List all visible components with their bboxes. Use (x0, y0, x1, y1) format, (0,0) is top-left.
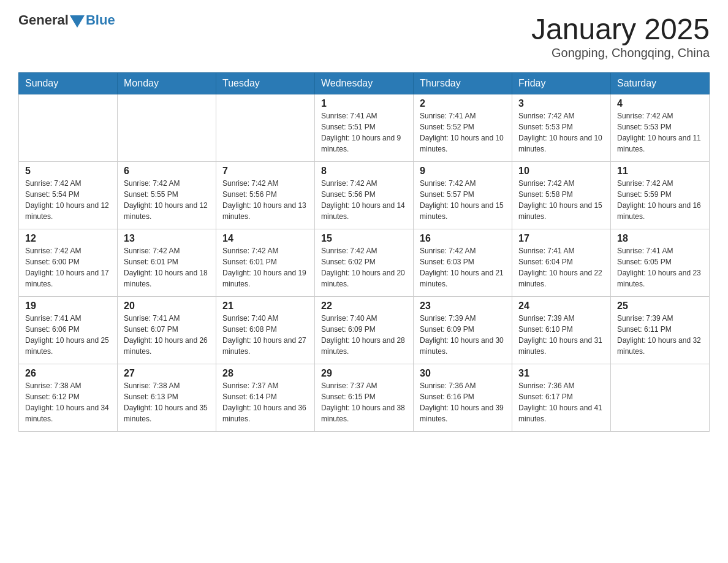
calendar-header-friday: Friday (512, 73, 611, 94)
day-number: 19 (25, 301, 111, 312)
day-info: Sunrise: 7:37 AM Sunset: 6:14 PM Dayligh… (222, 380, 308, 424)
calendar-cell: 15Sunrise: 7:42 AM Sunset: 6:02 PM Dayli… (315, 229, 414, 297)
calendar-cell: 7Sunrise: 7:42 AM Sunset: 5:56 PM Daylig… (216, 162, 315, 229)
day-info: Sunrise: 7:42 AM Sunset: 6:00 PM Dayligh… (25, 245, 111, 289)
day-info: Sunrise: 7:40 AM Sunset: 6:08 PM Dayligh… (222, 313, 308, 357)
day-number: 23 (420, 301, 506, 312)
calendar-cell: 29Sunrise: 7:37 AM Sunset: 6:15 PM Dayli… (315, 364, 414, 432)
day-number: 24 (518, 301, 604, 312)
day-info: Sunrise: 7:42 AM Sunset: 5:56 PM Dayligh… (222, 178, 308, 222)
day-info: Sunrise: 7:39 AM Sunset: 6:11 PM Dayligh… (617, 313, 703, 357)
page-header: General Blue January 2025 Gongping, Chon… (18, 12, 710, 60)
calendar-week-2: 5Sunrise: 7:42 AM Sunset: 5:54 PM Daylig… (19, 162, 710, 229)
day-number: 12 (25, 233, 111, 244)
calendar-cell: 3Sunrise: 7:42 AM Sunset: 5:53 PM Daylig… (512, 94, 611, 162)
day-number: 6 (124, 166, 210, 177)
calendar-cell: 6Sunrise: 7:42 AM Sunset: 5:55 PM Daylig… (118, 162, 216, 229)
calendar-header-tuesday: Tuesday (216, 73, 315, 94)
logo-triangle-icon (70, 15, 85, 28)
day-number: 3 (518, 98, 604, 109)
day-info: Sunrise: 7:36 AM Sunset: 6:16 PM Dayligh… (420, 380, 506, 424)
calendar-cell (19, 94, 118, 162)
day-number: 1 (321, 98, 407, 109)
day-info: Sunrise: 7:42 AM Sunset: 5:54 PM Dayligh… (25, 178, 111, 222)
calendar-cell: 1Sunrise: 7:41 AM Sunset: 5:51 PM Daylig… (315, 94, 414, 162)
day-number: 5 (25, 166, 111, 177)
calendar-cell (118, 94, 216, 162)
day-number: 30 (420, 368, 506, 379)
day-info: Sunrise: 7:42 AM Sunset: 5:57 PM Dayligh… (420, 178, 506, 222)
calendar-cell: 23Sunrise: 7:39 AM Sunset: 6:09 PM Dayli… (414, 297, 512, 364)
day-info: Sunrise: 7:36 AM Sunset: 6:17 PM Dayligh… (518, 380, 604, 424)
day-number: 26 (25, 368, 111, 379)
day-number: 4 (617, 98, 703, 109)
calendar-cell: 13Sunrise: 7:42 AM Sunset: 6:01 PM Dayli… (118, 229, 216, 297)
day-info: Sunrise: 7:42 AM Sunset: 5:59 PM Dayligh… (617, 178, 703, 222)
day-number: 9 (420, 166, 506, 177)
logo-general-text: General (18, 12, 69, 28)
calendar-cell: 28Sunrise: 7:37 AM Sunset: 6:14 PM Dayli… (216, 364, 315, 432)
calendar-cell: 31Sunrise: 7:36 AM Sunset: 6:17 PM Dayli… (512, 364, 611, 432)
calendar-header-sunday: Sunday (19, 73, 118, 94)
calendar-cell: 27Sunrise: 7:38 AM Sunset: 6:13 PM Dayli… (118, 364, 216, 432)
calendar-cell: 16Sunrise: 7:42 AM Sunset: 6:03 PM Dayli… (414, 229, 512, 297)
calendar-cell: 17Sunrise: 7:41 AM Sunset: 6:04 PM Dayli… (512, 229, 611, 297)
calendar-cell: 25Sunrise: 7:39 AM Sunset: 6:11 PM Dayli… (611, 297, 710, 364)
calendar-cell: 21Sunrise: 7:40 AM Sunset: 6:08 PM Dayli… (216, 297, 315, 364)
calendar-week-3: 12Sunrise: 7:42 AM Sunset: 6:00 PM Dayli… (19, 229, 710, 297)
calendar-cell: 26Sunrise: 7:38 AM Sunset: 6:12 PM Dayli… (19, 364, 118, 432)
day-number: 27 (124, 368, 210, 379)
calendar-header-saturday: Saturday (611, 73, 710, 94)
calendar-cell: 2Sunrise: 7:41 AM Sunset: 5:52 PM Daylig… (414, 94, 512, 162)
calendar-cell: 20Sunrise: 7:41 AM Sunset: 6:07 PM Dayli… (118, 297, 216, 364)
calendar-cell: 24Sunrise: 7:39 AM Sunset: 6:10 PM Dayli… (512, 297, 611, 364)
day-info: Sunrise: 7:41 AM Sunset: 6:07 PM Dayligh… (124, 313, 210, 357)
day-info: Sunrise: 7:38 AM Sunset: 6:13 PM Dayligh… (124, 380, 210, 424)
day-info: Sunrise: 7:41 AM Sunset: 6:06 PM Dayligh… (25, 313, 111, 357)
page-subtitle: Gongping, Chongqing, China (531, 46, 710, 60)
day-info: Sunrise: 7:42 AM Sunset: 6:01 PM Dayligh… (222, 245, 308, 289)
day-number: 16 (420, 233, 506, 244)
calendar-cell: 12Sunrise: 7:42 AM Sunset: 6:00 PM Dayli… (19, 229, 118, 297)
day-info: Sunrise: 7:42 AM Sunset: 5:58 PM Dayligh… (518, 178, 604, 222)
calendar-cell: 22Sunrise: 7:40 AM Sunset: 6:09 PM Dayli… (315, 297, 414, 364)
day-number: 11 (617, 166, 703, 177)
calendar-week-1: 1Sunrise: 7:41 AM Sunset: 5:51 PM Daylig… (19, 94, 710, 162)
day-number: 18 (617, 233, 703, 244)
day-info: Sunrise: 7:42 AM Sunset: 6:02 PM Dayligh… (321, 245, 407, 289)
day-info: Sunrise: 7:42 AM Sunset: 6:01 PM Dayligh… (124, 245, 210, 289)
day-number: 17 (518, 233, 604, 244)
day-number: 22 (321, 301, 407, 312)
day-number: 29 (321, 368, 407, 379)
logo-blue-text: Blue (86, 12, 115, 28)
day-number: 15 (321, 233, 407, 244)
calendar-header-row: SundayMondayTuesdayWednesdayThursdayFrid… (19, 73, 710, 94)
day-number: 10 (518, 166, 604, 177)
day-info: Sunrise: 7:41 AM Sunset: 6:05 PM Dayligh… (617, 245, 703, 289)
calendar-table: SundayMondayTuesdayWednesdayThursdayFrid… (18, 72, 710, 432)
calendar-cell: 10Sunrise: 7:42 AM Sunset: 5:58 PM Dayli… (512, 162, 611, 229)
day-info: Sunrise: 7:42 AM Sunset: 5:53 PM Dayligh… (617, 110, 703, 155)
day-number: 21 (222, 301, 308, 312)
day-info: Sunrise: 7:39 AM Sunset: 6:09 PM Dayligh… (420, 313, 506, 357)
day-number: 25 (617, 301, 703, 312)
day-info: Sunrise: 7:42 AM Sunset: 6:03 PM Dayligh… (420, 245, 506, 289)
calendar-week-4: 19Sunrise: 7:41 AM Sunset: 6:06 PM Dayli… (19, 297, 710, 364)
day-info: Sunrise: 7:42 AM Sunset: 5:55 PM Dayligh… (124, 178, 210, 222)
day-info: Sunrise: 7:42 AM Sunset: 5:56 PM Dayligh… (321, 178, 407, 222)
calendar-cell (611, 364, 710, 432)
calendar-cell: 30Sunrise: 7:36 AM Sunset: 6:16 PM Dayli… (414, 364, 512, 432)
calendar-cell: 4Sunrise: 7:42 AM Sunset: 5:53 PM Daylig… (611, 94, 710, 162)
calendar-cell: 14Sunrise: 7:42 AM Sunset: 6:01 PM Dayli… (216, 229, 315, 297)
day-number: 8 (321, 166, 407, 177)
calendar-cell: 11Sunrise: 7:42 AM Sunset: 5:59 PM Dayli… (611, 162, 710, 229)
day-number: 2 (420, 98, 506, 109)
calendar-cell: 5Sunrise: 7:42 AM Sunset: 5:54 PM Daylig… (19, 162, 118, 229)
day-info: Sunrise: 7:41 AM Sunset: 5:51 PM Dayligh… (321, 110, 407, 155)
calendar-cell: 8Sunrise: 7:42 AM Sunset: 5:56 PM Daylig… (315, 162, 414, 229)
calendar-header-monday: Monday (118, 73, 216, 94)
day-number: 20 (124, 301, 210, 312)
day-number: 13 (124, 233, 210, 244)
logo: General Blue (18, 12, 115, 28)
calendar-cell (216, 94, 315, 162)
